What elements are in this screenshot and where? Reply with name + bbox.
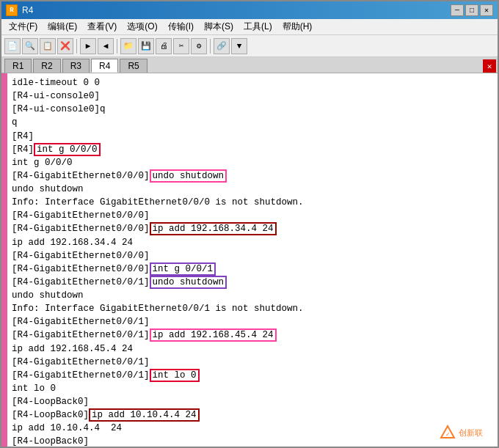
toolbar-sep-3 [210,39,211,54]
tabs-bar: R1 R2 R3 R4 R5 ✕ [1,57,498,73]
toolbar-btn-1[interactable]: 📄 [4,38,21,54]
title-bar-left: R R4 [6,4,33,16]
toolbar-btn-9[interactable]: 🖨 [156,38,172,54]
terminal-line-3: [R4-ui-console0]q [12,103,493,116]
highlight-undo-shutdown-1: undo shutdown [150,169,227,183]
terminal-line-23: [R4-GigabitEthernet0/0/1]int lo 0 [12,369,493,382]
tab-r2[interactable]: R2 [33,59,60,73]
terminal-line-2: [R4-ui-console0] [12,89,493,103]
tab-r1[interactable]: R1 [4,59,32,73]
tab-r3[interactable]: R3 [62,59,90,73]
main-window: R R4 ─ □ ✕ 文件(F) 编辑(E) 查看(V) 选项(O) 传输(I)… [0,0,499,448]
window-title: R4 [22,5,33,15]
terminal-line-24: int lo 0 [12,382,493,395]
highlight-ip-add-45: ip add 192.168.45.4 24 [150,328,277,342]
terminal-line-22: [R4-GigabitEthernet0/0/1] [12,356,493,369]
highlight-undo-shutdown-2: undo shutdown [150,276,227,289]
terminal-line-5: [R4] [12,130,493,143]
terminal-line-8: [R4-GigabitEthernet0/0/0]undo shutdown [12,169,493,183]
terminal-line-15: [R4-GigabitEthernet0/0/0]int g 0/0/1 [12,262,493,276]
menu-options[interactable]: 选项(O) [123,19,161,34]
maximize-button[interactable]: □ [465,4,478,16]
toolbar-btn-13[interactable]: ▼ [231,38,247,54]
toolbar-sep-1 [76,39,77,54]
terminal-line-25: [R4-LoopBack0] [12,395,493,408]
highlight-int-g-0-0-0: int g 0/0/0 [34,143,101,156]
toolbar-btn-11[interactable]: ⚙ [191,38,207,54]
highlight-ip-add-10: ip add 10.10.4.4 24 [89,408,200,422]
highlight-int-lo-0: int lo 0 [150,369,200,382]
close-button[interactable]: ✕ [480,4,493,16]
terminal-line-18: Info: Interface GigabitEthernet0/0/1 is … [12,302,493,315]
terminal-line-27: ip add 10.10.4.4 24 [12,422,493,435]
menu-tools[interactable]: 工具(L) [239,19,277,34]
terminal-line-21: ip add 192.168.45.4 24 [12,342,493,356]
menu-script[interactable]: 脚本(S) [200,19,238,34]
toolbar-btn-7[interactable]: 📁 [120,38,136,54]
terminal-line-12: [R4-GigabitEthernet0/0/0]ip add 192.168.… [12,222,493,235]
side-indicator [1,73,7,447]
toolbar-btn-3[interactable]: 📋 [40,38,56,54]
terminal-line-1: idle-timeout 0 0 [12,76,493,89]
highlight-int-g-0-0-1: int g 0/0/1 [150,262,216,276]
title-bar: R R4 ─ □ ✕ [1,1,498,19]
menu-bar: 文件(F) 编辑(E) 查看(V) 选项(O) 传输(I) 脚本(S) 工具(L… [1,19,498,35]
terminal-line-20: [R4-GigabitEthernet0/0/1]ip add 192.168.… [12,328,493,342]
terminal-line-28: [R4-LoopBack0] [12,435,493,447]
toolbar-btn-2[interactable]: 🔍 [22,38,38,54]
terminal-line-9: undo shutdown [12,183,493,196]
toolbar: 📄 🔍 📋 ❌ ▶ ◀ 📁 💾 🖨 ✂ ⚙ 🔗 ▼ [1,35,498,57]
title-controls: ─ □ ✕ [451,4,493,16]
tab-r4[interactable]: R4 [91,59,118,73]
terminal-line-6: [R4]int g 0/0/0 [12,143,493,156]
menu-view[interactable]: 查看(V) [83,19,121,34]
terminal-line-19: [R4-GigabitEthernet0/0/1] [12,315,493,328]
menu-transfer[interactable]: 传输(I) [164,19,198,34]
toolbar-btn-10[interactable]: ✂ [173,38,189,54]
terminal-line-13: ip add 192.168.34.4 24 [12,236,493,249]
terminal-line-26: [R4-LoopBack0]ip add 10.10.4.4 24 [12,408,493,422]
terminal-line-7: int g 0/0/0 [12,156,493,169]
terminal-line-4: q [12,116,493,129]
toolbar-btn-6[interactable]: ◀ [98,38,114,54]
terminal-line-10: Info: Interface GigabitEthernet0/0/0 is … [12,196,493,209]
toolbar-btn-5[interactable]: ▶ [80,38,96,54]
menu-edit[interactable]: 编辑(E) [43,19,81,34]
close-tab-button[interactable]: ✕ [483,59,496,73]
terminal-line-16: [R4-GigabitEthernet0/0/1]undo shutdown [12,276,493,289]
menu-file[interactable]: 文件(F) [4,19,42,34]
content-wrapper: idle-timeout 0 0 [R4-ui-console0] [R4-ui… [1,73,498,447]
toolbar-btn-12[interactable]: 🔗 [214,38,230,54]
highlight-ip-add-34: ip add 192.168.34.4 24 [150,222,277,235]
toolbar-btn-8[interactable]: 💾 [138,38,154,54]
window-icon: R [6,4,18,16]
toolbar-btn-4[interactable]: ❌ [57,38,73,54]
terminal-line-11: [R4-GigabitEthernet0/0/0] [12,209,493,222]
tab-r5[interactable]: R5 [120,59,147,73]
menu-help[interactable]: 帮助(H) [278,19,317,34]
toolbar-sep-2 [117,39,117,54]
terminal-line-17: undo shutdown [12,289,493,302]
terminal-output[interactable]: idle-timeout 0 0 [R4-ui-console0] [R4-ui… [7,73,498,447]
minimize-button[interactable]: ─ [451,4,464,16]
terminal-line-14: [R4-GigabitEthernet0/0/0] [12,249,493,262]
